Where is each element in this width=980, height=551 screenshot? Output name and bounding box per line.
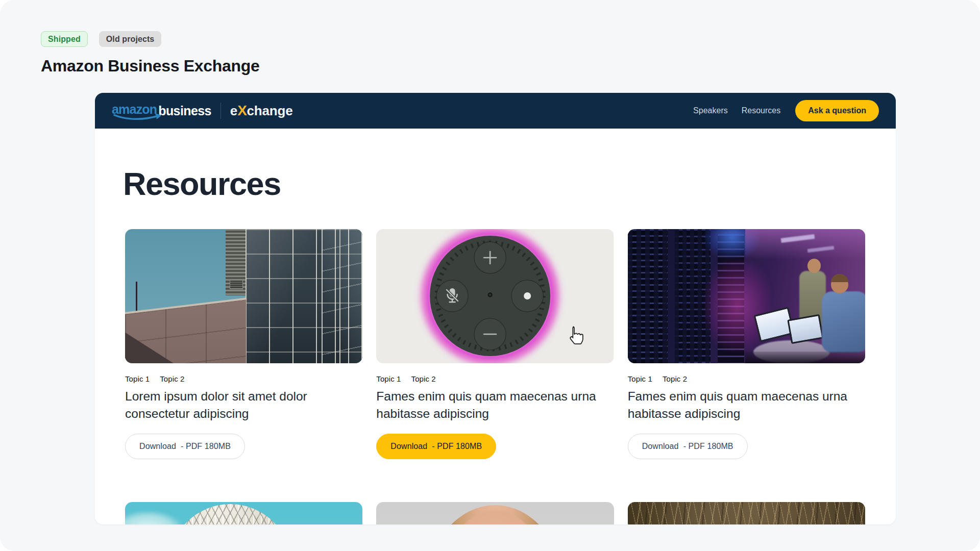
standing-person-head	[807, 259, 821, 273]
cursor-icon	[566, 326, 583, 346]
site-content: Resources Topic 1 Top	[95, 167, 896, 524]
download-label: Download	[390, 442, 427, 451]
brand-exchange-text: eXchange	[230, 103, 293, 119]
laptop	[787, 314, 823, 344]
topic-row: Topic 1 Topic 2	[376, 374, 614, 383]
resource-title: Lorem ipsum dolor sit amet dolor consect…	[125, 388, 362, 422]
topic-row: Topic 1 Topic 2	[628, 374, 865, 383]
download-button[interactable]: Download - PDF 180MB	[125, 434, 245, 459]
screenshot-root: Shipped Old projects Amazon Business Exc…	[0, 0, 980, 551]
nav-link-speakers[interactable]: Speakers	[693, 106, 728, 115]
server-rack	[628, 229, 668, 363]
page-title: Amazon Business Exchange	[41, 57, 260, 76]
echo-volume-down-button	[474, 318, 506, 350]
brand-amazon: amazon	[112, 102, 157, 120]
echo-mic-off-button	[436, 280, 468, 312]
resource-title: Fames enim quis quam maecenas urna habit…	[376, 388, 614, 422]
topic-label: Topic 1	[376, 374, 401, 383]
topic-label: Topic 2	[160, 374, 184, 383]
nav-link-resources[interactable]: Resources	[742, 106, 780, 115]
topic-label: Topic 2	[663, 374, 687, 383]
resource-card-3: Topic 1 Topic 2 Fames enim quis quam mae…	[628, 229, 865, 459]
echo-action-button	[512, 280, 544, 312]
marble-texture-photo	[628, 502, 865, 524]
cloud	[125, 511, 184, 524]
satellite-tower-photo	[125, 502, 362, 524]
portrait-top-photo	[376, 502, 614, 524]
sitting-person	[822, 291, 865, 353]
amazon-smile-icon	[113, 114, 162, 121]
site-nav: Speakers Resources Ask a question	[693, 100, 879, 121]
topic-label: Topic 1	[125, 374, 150, 383]
building-glass-corner	[322, 229, 362, 363]
download-label: Download	[642, 442, 679, 451]
resource-card-2: Topic 1 Topic 2 Fames enim quis quam mae…	[376, 229, 614, 459]
brand-logo[interactable]: amazon business eXchange	[112, 102, 292, 120]
next-resource-row	[125, 502, 865, 524]
topic-label: Topic 2	[411, 374, 436, 383]
topic-label: Topic 1	[628, 374, 652, 383]
site-mockup-frame: amazon business eXchange Speakers Resour…	[95, 93, 896, 524]
download-meta: - PDF 180MB	[432, 442, 482, 451]
download-meta: - PDF 180MB	[181, 442, 231, 451]
resource-card-grid: Topic 1 Topic 2 Lorem ipsum dolor sit am…	[125, 229, 865, 459]
exchange-e: e	[230, 103, 237, 118]
echo-device-photo	[376, 229, 614, 363]
resource-title: Fames enim quis quam maecenas urna habit…	[628, 388, 865, 422]
ask-a-question-button[interactable]: Ask a question	[795, 100, 879, 121]
office-building-photo	[125, 229, 362, 363]
echo-volume-up-button	[474, 242, 506, 273]
site-navbar: amazon business eXchange Speakers Resour…	[95, 93, 896, 129]
resources-heading: Resources	[123, 167, 865, 200]
floor	[745, 352, 865, 363]
sitting-person-hair	[831, 274, 848, 282]
download-label: Download	[139, 442, 176, 451]
lattice-tower	[169, 504, 291, 524]
download-meta: - PDF 180MB	[683, 442, 733, 451]
brand-business-text: business	[158, 104, 211, 118]
ceiling	[745, 229, 865, 260]
status-badge-shipped: Shipped	[41, 31, 88, 47]
category-badge-old-projects: Old projects	[99, 31, 162, 47]
tag-list: Shipped Old projects	[41, 31, 260, 47]
exchange-x: X	[237, 103, 247, 118]
resource-card-1: Topic 1 Topic 2 Lorem ipsum dolor sit am…	[125, 229, 362, 459]
exchange-rest: change	[247, 103, 293, 118]
building-vent	[230, 280, 243, 289]
project-header: Shipped Old projects Amazon Business Exc…	[41, 31, 260, 76]
topic-row: Topic 1 Topic 2	[125, 374, 362, 383]
download-button[interactable]: Download - PDF 180MB	[628, 434, 748, 459]
brand-divider	[220, 103, 221, 119]
server-room-photo	[628, 229, 865, 363]
download-button-hovered[interactable]: Download - PDF 180MB	[376, 434, 496, 459]
